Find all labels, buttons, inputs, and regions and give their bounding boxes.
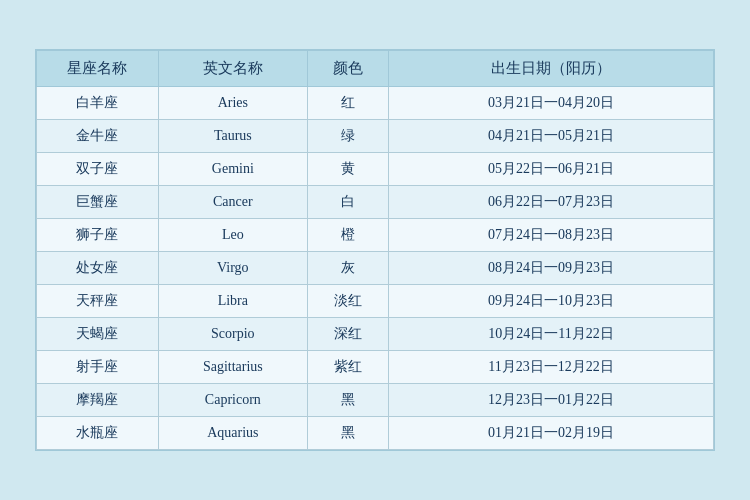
cell-color: 深红	[307, 318, 388, 351]
cell-color: 黑	[307, 384, 388, 417]
cell-cn: 天蝎座	[37, 318, 159, 351]
table-row: 天蝎座Scorpio深红10月24日一11月22日	[37, 318, 714, 351]
cell-en: Aquarius	[158, 417, 307, 450]
cell-date: 06月22日一07月23日	[389, 186, 714, 219]
cell-cn: 狮子座	[37, 219, 159, 252]
cell-date: 01月21日一02月19日	[389, 417, 714, 450]
cell-en: Aries	[158, 87, 307, 120]
cell-en: Taurus	[158, 120, 307, 153]
table-header-row: 星座名称 英文名称 颜色 出生日期（阳历）	[37, 51, 714, 87]
header-en: 英文名称	[158, 51, 307, 87]
cell-en: Cancer	[158, 186, 307, 219]
table-row: 处女座Virgo灰08月24日一09月23日	[37, 252, 714, 285]
cell-color: 橙	[307, 219, 388, 252]
cell-cn: 天秤座	[37, 285, 159, 318]
header-color: 颜色	[307, 51, 388, 87]
cell-en: Virgo	[158, 252, 307, 285]
table-row: 金牛座Taurus绿04月21日一05月21日	[37, 120, 714, 153]
cell-cn: 双子座	[37, 153, 159, 186]
cell-cn: 射手座	[37, 351, 159, 384]
cell-date: 07月24日一08月23日	[389, 219, 714, 252]
cell-date: 03月21日一04月20日	[389, 87, 714, 120]
table-row: 天秤座Libra淡红09月24日一10月23日	[37, 285, 714, 318]
table-row: 狮子座Leo橙07月24日一08月23日	[37, 219, 714, 252]
cell-en: Leo	[158, 219, 307, 252]
cell-en: Libra	[158, 285, 307, 318]
cell-en: Scorpio	[158, 318, 307, 351]
table-row: 双子座Gemini黄05月22日一06月21日	[37, 153, 714, 186]
cell-date: 12月23日一01月22日	[389, 384, 714, 417]
cell-color: 黄	[307, 153, 388, 186]
cell-date: 05月22日一06月21日	[389, 153, 714, 186]
zodiac-table: 星座名称 英文名称 颜色 出生日期（阳历） 白羊座Aries红03月21日一04…	[35, 49, 715, 451]
cell-cn: 摩羯座	[37, 384, 159, 417]
cell-cn: 处女座	[37, 252, 159, 285]
cell-cn: 金牛座	[37, 120, 159, 153]
cell-color: 紫红	[307, 351, 388, 384]
header-date: 出生日期（阳历）	[389, 51, 714, 87]
cell-cn: 白羊座	[37, 87, 159, 120]
table-row: 水瓶座Aquarius黑01月21日一02月19日	[37, 417, 714, 450]
table-row: 摩羯座Capricorn黑12月23日一01月22日	[37, 384, 714, 417]
cell-date: 08月24日一09月23日	[389, 252, 714, 285]
cell-color: 白	[307, 186, 388, 219]
table-row: 射手座Sagittarius紫红11月23日一12月22日	[37, 351, 714, 384]
cell-color: 灰	[307, 252, 388, 285]
cell-cn: 水瓶座	[37, 417, 159, 450]
cell-en: Capricorn	[158, 384, 307, 417]
cell-color: 红	[307, 87, 388, 120]
cell-date: 11月23日一12月22日	[389, 351, 714, 384]
cell-color: 黑	[307, 417, 388, 450]
cell-color: 淡红	[307, 285, 388, 318]
header-cn: 星座名称	[37, 51, 159, 87]
table-row: 巨蟹座Cancer白06月22日一07月23日	[37, 186, 714, 219]
cell-date: 04月21日一05月21日	[389, 120, 714, 153]
table-row: 白羊座Aries红03月21日一04月20日	[37, 87, 714, 120]
cell-date: 09月24日一10月23日	[389, 285, 714, 318]
cell-date: 10月24日一11月22日	[389, 318, 714, 351]
cell-cn: 巨蟹座	[37, 186, 159, 219]
cell-color: 绿	[307, 120, 388, 153]
cell-en: Gemini	[158, 153, 307, 186]
cell-en: Sagittarius	[158, 351, 307, 384]
